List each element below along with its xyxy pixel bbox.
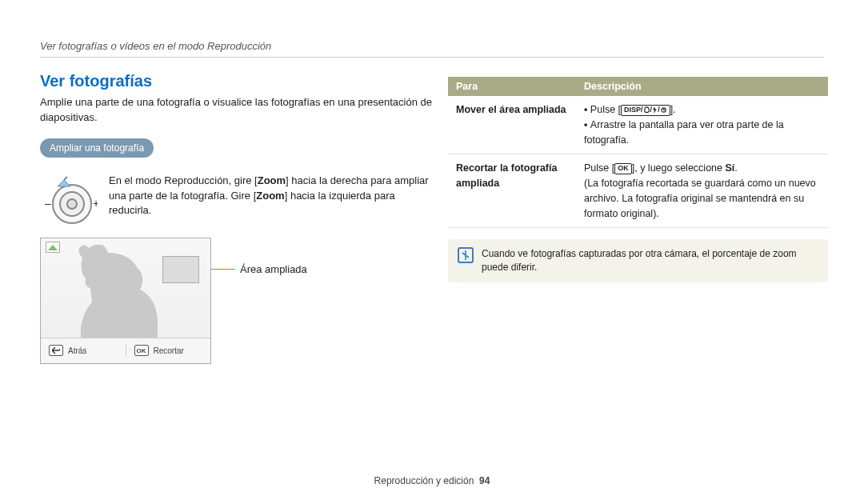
row-desc: Pulse [OK], y luego seleccione Sí. (La f…	[576, 154, 828, 228]
note-box: Cuando ve fotografías capturadas por otr…	[448, 239, 828, 282]
crop-label: Recortar	[154, 346, 184, 355]
ok-key-icon: OK	[614, 163, 632, 174]
breadcrumb: Ver fotografías o vídeos en el modo Repr…	[40, 40, 824, 58]
row-desc: Pulse [DISP///]. Arrastre la pantalla pa…	[576, 96, 828, 154]
description-table: Para Descripción Mover el área ampliada …	[448, 77, 828, 228]
dial-instructions: En el modo Reproducción, gire [Zoom] hac…	[109, 169, 432, 219]
back-key-icon	[49, 345, 63, 356]
table-row: Mover el área ampliada Pulse [DISP///]. …	[448, 96, 828, 154]
intro-text: Amplíe una parte de una fotografía o vis…	[40, 95, 432, 126]
section-title: Ver fotografías	[40, 72, 432, 90]
leader-line	[211, 269, 235, 270]
leader-label: Área ampliada	[240, 263, 307, 275]
note-text: Cuando ve fotografías capturadas por otr…	[482, 247, 818, 274]
row-key: Mover el área ampliada	[448, 96, 576, 154]
note-icon	[458, 247, 474, 263]
col-header-para: Para	[448, 77, 576, 96]
svg-text:+: +	[93, 197, 98, 210]
svg-text:–: –	[45, 197, 51, 210]
table-row: Recortar la fotografía ampliada Pulse [O…	[448, 154, 828, 228]
left-column: Ver fotografías Amplíe una parte de una …	[40, 72, 432, 364]
disp-key-icon: DISP///	[621, 105, 670, 116]
gallery-icon	[46, 242, 60, 253]
crop-button-area[interactable]: OK Recortar	[126, 345, 211, 356]
page-footer: Reproducción y edición 94	[0, 475, 864, 486]
back-label: Atrás	[68, 346, 86, 355]
ok-key-icon: OK	[134, 345, 149, 356]
back-button-area[interactable]: Atrás	[41, 345, 126, 356]
svg-line-3	[64, 177, 67, 180]
minimap	[162, 256, 199, 283]
photo-preview: Atrás OK Recortar	[40, 238, 211, 364]
right-column: Para Descripción Mover el área ampliada …	[448, 77, 828, 282]
zoom-dial-icon: – +	[40, 169, 98, 226]
silhouette-graphic	[60, 245, 164, 339]
svg-point-2	[67, 199, 77, 209]
subsection-pill: Ampliar una fotografía	[40, 138, 154, 158]
col-header-desc: Descripción	[576, 77, 828, 96]
row-key: Recortar la fotografía ampliada	[448, 154, 576, 228]
